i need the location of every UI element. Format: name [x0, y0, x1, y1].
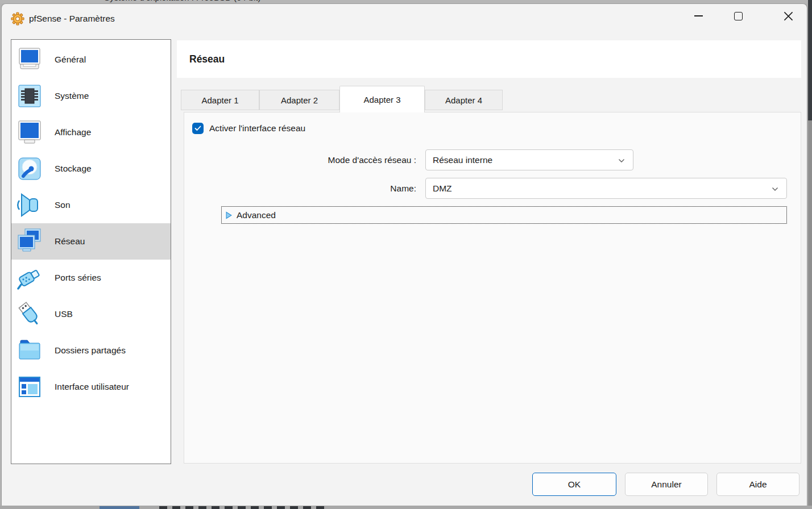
enable-adapter-checkbox[interactable]	[192, 123, 204, 134]
display-icon	[16, 119, 43, 146]
sidebar-item-audio[interactable]: Son	[11, 187, 171, 223]
advanced-label: Advanced	[237, 210, 276, 220]
tab-adapter-1[interactable]: Adapter 1	[181, 90, 259, 110]
sidebar-item-label: Général	[55, 55, 86, 65]
background-window-text-fragment: Système d'exploitation : FreeBSD (64-bit…	[104, 0, 260, 2]
sidebar-item-shared-folders[interactable]: Dossiers partagés	[11, 332, 171, 369]
sidebar-item-label: Interface utilisateur	[55, 382, 129, 392]
minimize-button[interactable]	[685, 4, 711, 28]
advanced-expander[interactable]: Advanced	[221, 206, 787, 224]
attachment-mode-label: Mode d'accès réseau :	[270, 149, 421, 170]
serial-port-icon	[16, 264, 43, 291]
sidebar-item-display[interactable]: Affichage	[11, 114, 171, 151]
sidebar-item-label: Ports séries	[55, 273, 101, 283]
background-window-fragment	[159, 506, 324, 509]
settings-dialog: pfSense - Paramètres Général	[1, 3, 807, 506]
enable-adapter-row: Activer l'interface réseau	[192, 123, 305, 134]
page-title: Réseau	[189, 53, 225, 65]
sidebar-item-label: Système	[55, 91, 89, 101]
background-window-right-edge	[808, 0, 812, 120]
minimize-icon	[694, 15, 703, 16]
sidebar-item-general[interactable]: Général	[11, 41, 171, 78]
tab-label: Adapter 4	[445, 95, 482, 105]
user-interface-icon	[16, 373, 43, 400]
tab-adapter-2[interactable]: Adapter 2	[259, 90, 339, 110]
gear-icon	[11, 12, 24, 26]
tab-label: Adapter 1	[201, 95, 238, 105]
network-name-value: DMZ	[433, 183, 452, 194]
sidebar-item-label: Réseau	[55, 236, 85, 247]
usb-icon	[16, 301, 43, 328]
help-button[interactable]: Aide	[716, 473, 799, 496]
background-window-right-edge-lower	[808, 120, 812, 506]
sidebar-item-label: Son	[55, 200, 71, 210]
chevron-down-icon	[618, 158, 625, 163]
tab-label: Adapter 3	[363, 95, 400, 105]
harddisk-icon	[16, 155, 43, 182]
cancel-button[interactable]: Annuler	[625, 473, 708, 496]
expander-arrow-icon	[226, 211, 232, 219]
maximize-button[interactable]	[725, 4, 751, 28]
tab-label: Adapter 2	[281, 95, 318, 105]
background-window-fragment	[100, 506, 139, 509]
sidebar-item-network[interactable]: Réseau	[11, 223, 171, 260]
tab-adapter-4[interactable]: Adapter 4	[425, 90, 503, 110]
adapter-3-panel: Activer l'interface réseau Mode d'accès …	[184, 112, 801, 464]
network-icon	[16, 228, 43, 255]
sidebar-item-label: Dossiers partagés	[55, 345, 126, 356]
sidebar-item-storage[interactable]: Stockage	[11, 151, 171, 187]
attachment-mode-select[interactable]: Réseau interne	[425, 149, 633, 170]
sidebar-item-system[interactable]: Système	[11, 78, 171, 114]
window-title: pfSense - Paramètres	[29, 14, 115, 24]
shared-folder-icon	[16, 337, 43, 364]
background-window-bottom-edge	[0, 506, 812, 509]
title-bar: pfSense - Paramètres	[11, 7, 115, 30]
page-header: Réseau	[177, 40, 801, 78]
enable-adapter-label: Activer l'interface réseau	[209, 123, 305, 133]
sidebar-item-label: Stockage	[55, 164, 92, 174]
sidebar-item-label: Affichage	[55, 127, 91, 137]
check-icon	[194, 126, 201, 131]
chevron-down-icon	[772, 187, 778, 191]
ok-button[interactable]: OK	[532, 473, 616, 496]
sidebar-item-usb[interactable]: USB	[11, 296, 171, 332]
tab-adapter-3[interactable]: Adapter 3	[339, 86, 425, 112]
sidebar-item-user-interface[interactable]: Interface utilisateur	[11, 369, 171, 405]
network-name-label: Name:	[270, 178, 421, 199]
speaker-icon	[16, 191, 43, 219]
maximize-icon	[734, 12, 743, 20]
attachment-mode-value: Réseau interne	[433, 155, 492, 165]
sidebar-item-serial-ports[interactable]: Ports séries	[11, 260, 171, 296]
close-icon	[784, 11, 793, 21]
chip-icon	[16, 82, 43, 110]
close-button[interactable]	[775, 4, 801, 28]
network-name-combobox[interactable]: DMZ	[425, 178, 787, 199]
settings-category-list: Général Système Affichage	[11, 39, 171, 464]
sidebar-item-label: USB	[55, 309, 73, 319]
monitor-icon	[16, 46, 43, 73]
